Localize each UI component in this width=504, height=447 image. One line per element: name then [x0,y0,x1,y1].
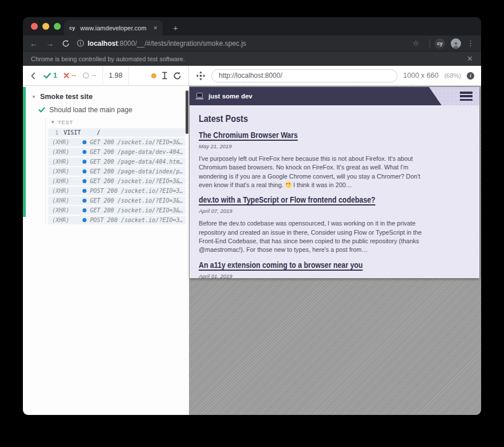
attempt-header[interactable]: ▼ TEST [48,118,186,128]
article-title-link[interactable]: An a11y extension coming to a browser ne… [199,260,429,270]
circle-icon [82,72,89,79]
check-icon [44,73,51,79]
suite-row[interactable]: ▼ Smoke test site [32,90,186,103]
app-content: Latest Posts The Chromium Browser WarsMa… [190,105,479,278]
minimize-window-button[interactable] [42,23,49,30]
article-title-link[interactable]: The Chromium Browser Wars [199,130,429,140]
suite-title: Smoke test site [40,93,93,101]
screenshot-stage: cy www.iamdeveloper.com × + ← → localhos… [0,0,504,447]
auto-scroll-icon[interactable] [162,72,167,80]
back-icon[interactable]: ← [30,39,38,48]
command-row[interactable]: (XHR)POST 200 /socket.io/?EIO=3… [48,187,186,195]
chrome-toolbar: ← → localhost:8000/__/#/tests/integratio… [23,35,481,51]
xhr-dot-icon [82,218,86,222]
reporter-header: 1 -- -- 1.98 [23,66,189,85]
reload-icon[interactable] [62,39,70,48]
app-iframe: just some dev Latest Posts The Chromium … [190,87,479,278]
xhr-badge: (XHR) [52,207,72,213]
command-message: GET 200 /socket.io/?EIO=3&… [90,139,183,145]
article-excerpt: Before the dev.to codebase was opensourc… [199,219,429,254]
suite-caret-icon[interactable]: ▼ [32,94,36,100]
collapse-reporter-icon[interactable] [31,72,36,80]
address-bar[interactable]: localhost:8000/__/#/tests/integration/sm… [88,39,246,48]
traffic-lights [31,23,61,30]
article-list: The Chromium Browser WarsMay 21, 2019I'v… [199,130,470,278]
article: dev.to with a TypeScript or Flow fronten… [199,195,429,254]
app-header-banner: just some dev [190,87,442,105]
command-row[interactable]: 1VISIT/ [48,128,186,137]
stat-failed[interactable]: -- [64,72,76,80]
command-message: GET 200 /page-data/404.htm… [90,159,183,165]
preview-pane: just some dev Latest Posts The Chromium … [189,86,481,415]
xhr-dot-icon [82,179,86,183]
command-message: POST 200 /socket.io/?EIO=3… [90,188,183,194]
reporter-panel: ▼ Smoke test site Should load the main p… [23,86,189,415]
command-message: POST 200 /socket.io/?EIO=3… [90,217,183,223]
cypress-extension-icon[interactable]: cy [435,38,445,49]
xhr-dot-icon [82,140,86,144]
command-message: / [97,129,100,136]
viewport-info-icon[interactable]: i [467,72,474,80]
article-excerpt: I've purposely left out FireFox here bec… [199,155,429,189]
new-tab-button[interactable]: + [170,22,182,34]
article: The Chromium Browser WarsMay 21, 2019I'v… [199,130,429,189]
attempt-caret-icon[interactable]: ▼ [50,120,55,125]
test-pass-check-icon [38,107,45,113]
chrome-menu-icon[interactable]: ⋮ [467,39,474,48]
restart-tests-icon[interactable] [173,72,182,80]
page-title: Latest Posts [199,113,470,125]
xhr-badge: (XHR) [52,197,72,204]
preview-header: http://localhost:8000/ 1000 x 660 (68%) … [189,66,481,85]
tab-close-icon[interactable]: × [150,24,158,32]
command-row[interactable]: (XHR)POST 200 /socket.io/?EIO=3… [48,216,186,224]
page-info-icon[interactable] [77,39,84,47]
profile-avatar[interactable] [451,38,461,49]
zoom-window-button[interactable] [54,23,61,30]
xhr-dot-icon [82,208,86,212]
test-duration: 1.98 [103,66,129,85]
command-row[interactable]: (XHR)GET 200 /page-data/index/p… [48,167,186,176]
test-row[interactable]: Should load the main page [38,103,186,117]
command-row[interactable]: (XHR)GET 200 /page-data/dev-404… [48,148,186,156]
hamburger-menu-icon[interactable] [460,92,472,102]
command-message: GET 200 /page-data/dev-404… [90,149,183,155]
selector-playground-icon[interactable] [196,71,206,81]
tab-title: www.iamdeveloper.com [80,25,150,31]
banner-close-icon[interactable]: ✕ [467,54,473,63]
xhr-dot-icon [82,189,86,193]
article-title-link[interactable]: dev.to with a TypeScript or Flow fronten… [199,195,429,204]
article: An a11y extension coming to a browser ne… [199,260,429,278]
site-brand[interactable]: just some dev [208,93,253,100]
xhr-badge: (XHR) [52,139,72,145]
command-row[interactable]: (XHR)GET 200 /socket.io/?EIO=3&… [48,177,186,185]
pending-count: -- [92,72,96,80]
toolbar-divider [430,39,430,48]
stat-passed[interactable]: 1 [44,72,57,80]
xhr-dot-icon [82,160,86,164]
browser-tab[interactable]: cy www.iamdeveloper.com × [64,20,163,35]
command-message: GET 200 /page-data/index/p… [90,168,183,175]
url-host: localhost [88,39,118,48]
article-title-text: An a11y extension coming to a browser ne… [199,260,363,270]
command-message: GET 200 /socket.io/?EIO=3&… [90,207,183,213]
bookmark-star-icon[interactable]: ☆ [412,39,419,48]
passed-count: 1 [53,72,57,80]
article-date: May 21, 2019 [199,143,429,149]
runner-header: 1 -- -- 1.98 [23,66,481,86]
forward-icon[interactable]: → [46,39,54,48]
article-date: April 07, 2019 [199,208,429,214]
command-row[interactable]: (XHR)GET 200 /socket.io/?EIO=3&… [48,206,186,215]
app-header: just some dev [190,87,479,105]
command-method: VISIT [64,129,81,136]
stat-pending[interactable]: -- [82,72,96,80]
xhr-badge: (XHR) [52,149,72,155]
command-row[interactable]: (XHR)GET 200 /socket.io/?EIO=3&… [48,138,186,147]
smiley-emoji-icon [285,181,292,188]
viewport-scale: (68%) [444,72,461,79]
xhr-badge: (XHR) [52,178,72,184]
command-row[interactable]: (XHR)GET 200 /socket.io/?EIO=3&… [48,196,186,205]
command-row[interactable]: (XHR)GET 200 /page-data/404.htm… [48,157,186,166]
app-url-field[interactable]: http://localhost:8000/ [211,69,397,82]
reporter-scrollbar[interactable] [186,90,188,134]
close-window-button[interactable] [31,23,38,30]
